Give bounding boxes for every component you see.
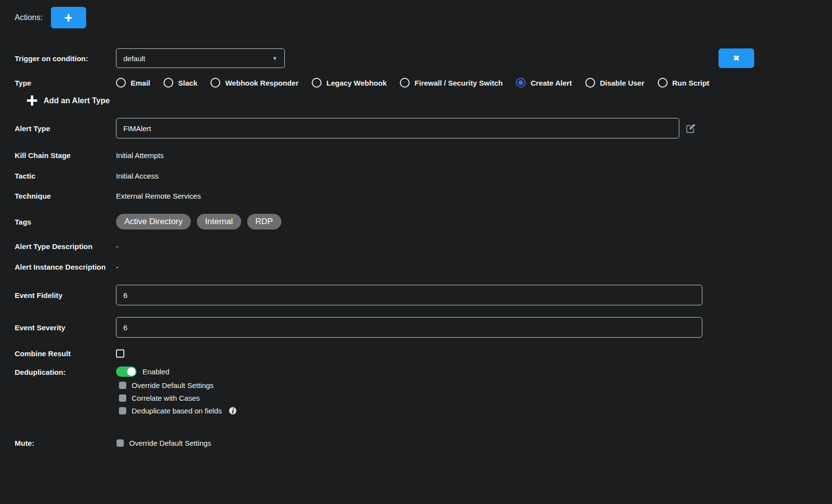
alert-type-label: Alert Type: [15, 124, 116, 133]
radio-firewall-security-switch[interactable]: Firewall / Security Switch: [400, 78, 503, 88]
info-icon[interactable]: i: [229, 407, 236, 414]
deduplicate-based-on-fields-checkbox[interactable]: [119, 407, 126, 414]
event-severity-label: Event Severity: [15, 323, 116, 332]
tag-pill[interactable]: RDP: [247, 214, 281, 229]
chevron-down-icon: ▼: [272, 55, 277, 61]
override-default-settings-line: Override Default Settings: [116, 381, 832, 389]
trigger-condition-row: Trigger on condition: default ▼: [15, 48, 832, 68]
kill-chain-stage-label: Kill Chain Stage: [15, 151, 116, 160]
deduplication-row: Deduplication: Enabled Override Default …: [15, 367, 832, 419]
close-icon: ✖: [733, 54, 740, 63]
radio-circle-selected-icon: [516, 78, 526, 88]
kill-chain-stage-value: Initial Attempts: [116, 151, 164, 160]
deduplication-enabled-line: Enabled: [116, 367, 832, 377]
radio-run-script[interactable]: Run Script: [658, 78, 710, 88]
type-row: Type Email Slack Webhook Responder Legac…: [15, 78, 832, 88]
trigger-condition-label: Trigger on condition:: [15, 54, 116, 63]
plus-icon: [27, 95, 37, 106]
event-severity-row: Event Severity: [15, 317, 832, 338]
radio-create-alert[interactable]: Create Alert: [516, 78, 572, 88]
alert-type-row: Alert Type: [15, 118, 832, 138]
alert-instance-description-row: Alert Instance Description -: [15, 263, 832, 271]
alert-type-description-row: Alert Type Description -: [15, 242, 832, 251]
deduplication-toggle-label: Enabled: [142, 367, 169, 376]
edit-icon[interactable]: [686, 124, 695, 133]
tags-list: Active Directory Internal RDP: [116, 214, 281, 229]
alert-type-input[interactable]: [116, 118, 679, 138]
deduplicate-based-on-fields-label: Deduplicate based on fields: [132, 407, 222, 415]
actions-row: Actions:: [15, 7, 832, 28]
override-default-settings-checkbox[interactable]: [119, 382, 126, 389]
combine-result-label: Combine Result: [15, 349, 116, 358]
add-alert-type-button[interactable]: Add an Alert Type: [27, 95, 832, 106]
tag-pill[interactable]: Active Directory: [116, 214, 191, 229]
type-label: Type: [15, 79, 116, 87]
mute-override-label: Override Default Settings: [129, 439, 211, 447]
alert-type-description-value: -: [116, 242, 118, 251]
trigger-condition-select[interactable]: default ▼: [116, 48, 285, 68]
event-severity-input[interactable]: [116, 317, 702, 338]
alert-type-description-label: Alert Type Description: [15, 242, 116, 251]
type-radio-group: Email Slack Webhook Responder Legacy Web…: [116, 78, 709, 88]
tags-row: Tags Active Directory Internal RDP: [15, 214, 832, 229]
trigger-condition-selected-value: default: [123, 54, 145, 63]
remove-action-button[interactable]: ✖: [718, 48, 754, 68]
add-alert-type-label: Add an Alert Type: [44, 96, 110, 105]
alert-instance-description-value: -: [116, 263, 118, 271]
radio-circle-icon: [658, 78, 668, 88]
deduplicate-based-on-fields-line: Deduplicate based on fields i: [116, 407, 832, 415]
radio-slack[interactable]: Slack: [163, 78, 197, 88]
mute-override-checkbox[interactable]: [116, 439, 124, 447]
correlate-with-cases-line: Correlate with Cases: [116, 394, 832, 402]
plus-icon: [65, 14, 72, 22]
technique-value: External Remote Services: [116, 192, 201, 200]
combine-result-row: Combine Result: [15, 349, 832, 358]
radio-circle-icon: [210, 78, 220, 88]
radio-disable-user[interactable]: Disable User: [585, 78, 645, 88]
deduplication-label: Deduplication:: [15, 367, 116, 376]
radio-legacy-webhook[interactable]: Legacy Webhook: [312, 78, 387, 88]
radio-email[interactable]: Email: [116, 78, 150, 88]
event-fidelity-input[interactable]: [116, 285, 702, 305]
event-fidelity-label: Event Fidelity: [15, 291, 116, 299]
alert-instance-description-label: Alert Instance Description: [15, 263, 116, 271]
radio-webhook-responder[interactable]: Webhook Responder: [210, 78, 299, 88]
mute-label: Mute:: [15, 439, 116, 447]
technique-row: Technique External Remote Services: [15, 192, 832, 200]
radio-circle-icon: [116, 78, 126, 88]
tactic-value: Initial Access: [116, 172, 159, 180]
correlate-with-cases-label: Correlate with Cases: [132, 394, 200, 402]
tag-pill[interactable]: Internal: [197, 214, 241, 229]
actions-label: Actions:: [15, 13, 43, 22]
create-alert-form: Actions: ✖ Trigger on condition: default…: [0, 0, 832, 504]
radio-circle-icon: [585, 78, 595, 88]
radio-circle-icon: [163, 78, 173, 88]
event-fidelity-row: Event Fidelity: [15, 285, 832, 305]
override-default-settings-label: Override Default Settings: [132, 381, 214, 389]
tags-label: Tags: [15, 218, 116, 226]
technique-label: Technique: [15, 192, 116, 200]
add-action-button[interactable]: [51, 7, 86, 28]
deduplication-toggle[interactable]: [116, 367, 137, 377]
correlate-with-cases-checkbox[interactable]: [119, 394, 126, 402]
radio-circle-icon: [400, 78, 410, 88]
mute-row: Mute: Override Default Settings: [15, 439, 832, 447]
tactic-row: Tactic Initial Access: [15, 172, 832, 180]
radio-circle-icon: [312, 78, 322, 88]
kill-chain-stage-row: Kill Chain Stage Initial Attempts: [15, 151, 832, 160]
combine-result-checkbox[interactable]: [116, 349, 124, 358]
tactic-label: Tactic: [15, 172, 116, 180]
